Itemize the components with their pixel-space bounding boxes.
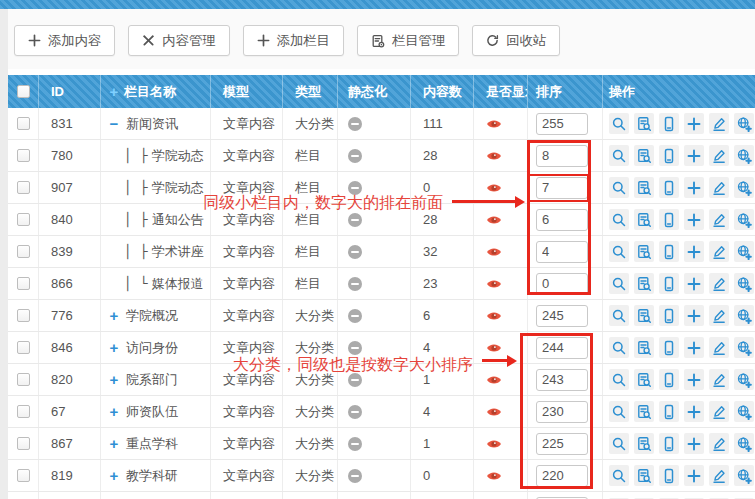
expand-toggle-icon[interactable]: − bbox=[107, 115, 121, 132]
expand-toggle-icon[interactable]: + bbox=[107, 435, 121, 452]
sort-input[interactable] bbox=[536, 145, 588, 167]
row-checkbox[interactable] bbox=[17, 277, 30, 290]
sort-input[interactable] bbox=[536, 465, 588, 487]
column-name-text[interactable]: 通知公告 bbox=[152, 211, 204, 229]
mobile-icon[interactable] bbox=[659, 369, 679, 390]
column-name-text[interactable]: 学术讲座 bbox=[152, 243, 204, 261]
row-checkbox[interactable] bbox=[17, 341, 30, 354]
visible-eye-icon[interactable] bbox=[486, 342, 502, 354]
edit-icon[interactable] bbox=[709, 113, 729, 134]
preview-icon[interactable] bbox=[609, 145, 629, 166]
sort-input[interactable] bbox=[536, 273, 588, 295]
edit-icon[interactable] bbox=[709, 401, 729, 422]
expand-all-icon[interactable]: + bbox=[107, 83, 121, 100]
site-icon[interactable] bbox=[734, 465, 754, 486]
doc-preview-icon[interactable] bbox=[634, 433, 654, 454]
edit-icon[interactable] bbox=[709, 241, 729, 262]
row-checkbox[interactable] bbox=[17, 469, 30, 482]
sort-input[interactable] bbox=[536, 401, 588, 423]
sort-input[interactable] bbox=[536, 369, 588, 391]
mobile-icon[interactable] bbox=[659, 145, 679, 166]
edit-icon[interactable] bbox=[709, 465, 729, 486]
doc-preview-icon[interactable] bbox=[634, 369, 654, 390]
row-name[interactable]: │ └ 媒体报道 bbox=[100, 268, 210, 299]
content-manage-button[interactable]: 内容管理 bbox=[128, 25, 229, 56]
row-checkbox[interactable] bbox=[17, 405, 30, 418]
edit-icon[interactable] bbox=[709, 337, 729, 358]
site-icon[interactable] bbox=[734, 433, 754, 454]
row-checkbox[interactable] bbox=[17, 437, 30, 450]
doc-preview-icon[interactable] bbox=[634, 113, 654, 134]
visible-eye-icon[interactable] bbox=[486, 214, 502, 226]
site-icon[interactable] bbox=[734, 145, 754, 166]
preview-icon[interactable] bbox=[609, 305, 629, 326]
visible-eye-icon[interactable] bbox=[486, 374, 502, 386]
add-sub-icon[interactable] bbox=[684, 433, 704, 454]
visible-eye-icon[interactable] bbox=[486, 118, 502, 130]
column-name-text[interactable]: 访问身份 bbox=[126, 339, 178, 357]
visible-eye-icon[interactable] bbox=[486, 182, 502, 194]
static-disabled-icon[interactable] bbox=[348, 245, 362, 259]
add-sub-icon[interactable] bbox=[684, 369, 704, 390]
expand-toggle-icon[interactable]: + bbox=[107, 307, 121, 324]
edit-icon[interactable] bbox=[709, 369, 729, 390]
mobile-icon[interactable] bbox=[659, 273, 679, 294]
visible-eye-icon[interactable] bbox=[486, 406, 502, 418]
site-icon[interactable] bbox=[734, 209, 754, 230]
expand-toggle-icon[interactable]: + bbox=[107, 467, 121, 484]
add-sub-icon[interactable] bbox=[684, 337, 704, 358]
edit-icon[interactable] bbox=[709, 305, 729, 326]
add-sub-icon[interactable] bbox=[684, 241, 704, 262]
recycle-bin-button[interactable]: 回收站 bbox=[472, 25, 560, 56]
row-name[interactable]: + 教学科研 bbox=[100, 460, 210, 491]
visible-eye-icon[interactable] bbox=[486, 310, 502, 322]
column-manage-button[interactable]: 栏目管理 bbox=[357, 25, 459, 56]
visible-eye-icon[interactable] bbox=[486, 438, 502, 450]
doc-preview-icon[interactable] bbox=[634, 145, 654, 166]
site-icon[interactable] bbox=[734, 273, 754, 294]
column-name-text[interactable]: 重点学科 bbox=[126, 435, 178, 453]
doc-preview-icon[interactable] bbox=[634, 209, 654, 230]
header-name[interactable]: +栏目名称 bbox=[100, 75, 210, 108]
row-name[interactable]: + 重点学科 bbox=[100, 428, 210, 459]
mobile-icon[interactable] bbox=[659, 401, 679, 422]
preview-icon[interactable] bbox=[609, 177, 629, 198]
edit-icon[interactable] bbox=[709, 273, 729, 294]
row-name[interactable]: │ ├ 学院动态 bbox=[100, 140, 210, 171]
static-disabled-icon[interactable] bbox=[348, 309, 362, 323]
static-disabled-icon[interactable] bbox=[348, 149, 362, 163]
add-sub-icon[interactable] bbox=[684, 177, 704, 198]
static-disabled-icon[interactable] bbox=[348, 341, 362, 355]
add-column-button[interactable]: 添加栏目 bbox=[243, 25, 344, 56]
row-checkbox[interactable] bbox=[17, 149, 30, 162]
preview-icon[interactable] bbox=[609, 465, 629, 486]
add-sub-icon[interactable] bbox=[684, 401, 704, 422]
edit-icon[interactable] bbox=[709, 177, 729, 198]
row-name[interactable]: + 访问身份 bbox=[100, 332, 210, 363]
preview-icon[interactable] bbox=[609, 433, 629, 454]
row-checkbox[interactable] bbox=[17, 213, 30, 226]
column-name-text[interactable]: 学院动态 bbox=[152, 179, 204, 197]
preview-icon[interactable] bbox=[609, 401, 629, 422]
sort-input[interactable] bbox=[536, 113, 588, 135]
column-name-text[interactable]: 师资队伍 bbox=[126, 403, 178, 421]
row-name[interactable]: │ ├ 通知公告 bbox=[100, 204, 210, 235]
expand-toggle-icon[interactable]: + bbox=[107, 371, 121, 388]
doc-preview-icon[interactable] bbox=[634, 177, 654, 198]
static-disabled-icon[interactable] bbox=[348, 181, 362, 195]
row-checkbox[interactable] bbox=[17, 181, 30, 194]
doc-preview-icon[interactable] bbox=[634, 337, 654, 358]
sort-input[interactable] bbox=[536, 209, 588, 231]
doc-preview-icon[interactable] bbox=[634, 241, 654, 262]
mobile-icon[interactable] bbox=[659, 337, 679, 358]
row-name[interactable]: │ ├ 学院动态 bbox=[100, 172, 210, 203]
mobile-icon[interactable] bbox=[659, 305, 679, 326]
row-checkbox[interactable] bbox=[17, 117, 30, 130]
preview-icon[interactable] bbox=[609, 113, 629, 134]
column-name-text[interactable]: 教学科研 bbox=[126, 467, 178, 485]
site-icon[interactable] bbox=[734, 241, 754, 262]
row-name[interactable]: + 学院概况 bbox=[100, 300, 210, 331]
site-icon[interactable] bbox=[734, 369, 754, 390]
preview-icon[interactable] bbox=[609, 337, 629, 358]
sort-input[interactable] bbox=[536, 241, 588, 263]
